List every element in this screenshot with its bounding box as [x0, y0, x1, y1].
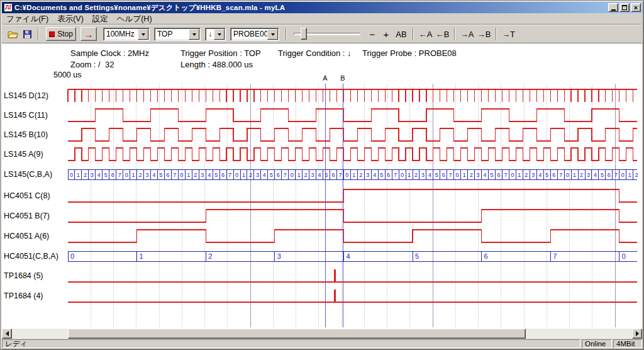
- svg-text:6: 6: [608, 172, 611, 178]
- svg-text:B: B: [340, 74, 345, 82]
- svg-text:6: 6: [552, 172, 555, 178]
- goto-a-prev-button[interactable]: ←A: [417, 27, 434, 41]
- status-ready: レディ: [2, 339, 580, 348]
- channel-label: LS145 C(11): [4, 111, 48, 120]
- svg-text:6: 6: [331, 172, 335, 178]
- svg-text:4: 4: [346, 252, 350, 260]
- goto-b-next-button[interactable]: →B: [475, 27, 492, 41]
- scroll-left-button[interactable]: [2, 329, 12, 339]
- status-online: Online: [582, 339, 612, 348]
- svg-text:4: 4: [428, 172, 431, 178]
- svg-text:3: 3: [277, 252, 281, 260]
- maximize-button[interactable]: [619, 3, 630, 12]
- svg-text:6: 6: [484, 252, 488, 260]
- window-title: C:¥Documents and Settings¥noname¥デスクトップ¥…: [14, 3, 607, 13]
- marker-b[interactable]: B: [340, 74, 345, 327]
- zoom-in-button[interactable]: +: [379, 27, 393, 41]
- channel-label: LS145 D(12): [4, 91, 48, 100]
- chevron-down-icon[interactable]: [138, 29, 148, 40]
- goto-trigger-button[interactable]: →T: [500, 27, 517, 41]
- trigger-edge-select[interactable]: ↓: [205, 28, 226, 41]
- svg-text:1: 1: [352, 172, 355, 178]
- svg-text:1: 1: [628, 172, 631, 178]
- svg-text:6: 6: [387, 172, 390, 178]
- svg-text:2: 2: [208, 252, 212, 260]
- svg-text:7: 7: [394, 172, 397, 178]
- svg-text:5: 5: [380, 172, 383, 178]
- goto-b-prev-button[interactable]: ←B: [434, 27, 451, 41]
- sample-clock-select[interactable]: 100MHz: [103, 28, 150, 41]
- run-arrow-icon: →: [84, 29, 94, 40]
- marker-a[interactable]: A: [323, 74, 328, 327]
- stop-button[interactable]: Stop: [46, 27, 76, 41]
- menu-settings[interactable]: 設定: [88, 13, 113, 25]
- svg-text:3: 3: [477, 172, 480, 178]
- svg-text:7: 7: [614, 172, 618, 178]
- svg-text:2: 2: [359, 172, 362, 178]
- svg-text:6: 6: [111, 172, 114, 178]
- run-button[interactable]: →: [80, 27, 97, 41]
- channel-label: LS145(C,B,A): [4, 170, 52, 179]
- menu-help[interactable]: ヘルプ(H): [113, 13, 157, 25]
- chevron-down-icon[interactable]: [267, 29, 278, 40]
- svg-text:0: 0: [456, 172, 459, 178]
- svg-text:0: 0: [70, 252, 74, 260]
- svg-text:3: 3: [201, 172, 204, 178]
- svg-text:6: 6: [166, 172, 169, 178]
- toolbar-separator: [38, 28, 39, 40]
- svg-text:2: 2: [580, 172, 583, 178]
- svg-text:5: 5: [104, 172, 108, 178]
- ab-button[interactable]: AB: [393, 27, 409, 41]
- svg-text:2: 2: [414, 172, 418, 178]
- stop-label: Stop: [57, 30, 73, 38]
- svg-text:5: 5: [415, 252, 419, 260]
- slider-thumb[interactable]: [301, 28, 307, 40]
- stop-icon: [49, 31, 55, 37]
- probe-select[interactable]: PROBE00: [230, 28, 279, 41]
- channel-label: HC4051(C,B,A): [4, 252, 58, 261]
- svg-text:7: 7: [284, 172, 287, 178]
- toolbar-separator: [413, 28, 414, 40]
- svg-text:7: 7: [118, 172, 121, 178]
- svg-text:1: 1: [187, 172, 190, 178]
- channel-row: LS145 A(9): [4, 148, 637, 161]
- length-info: Length : 488.000 us: [180, 60, 253, 69]
- horizontal-scrollbar[interactable]: [2, 329, 642, 339]
- maximize-icon: [622, 5, 627, 10]
- svg-text:1: 1: [242, 172, 245, 178]
- menu-file[interactable]: ファイル(F): [2, 13, 53, 25]
- svg-text:0: 0: [180, 172, 183, 178]
- trigger-position-select[interactable]: TOP: [154, 28, 201, 41]
- menu-view[interactable]: 表示(V): [53, 13, 88, 25]
- channel-label: TP1684 (5): [4, 271, 43, 280]
- svg-text:2: 2: [470, 172, 473, 178]
- svg-text:2: 2: [139, 172, 142, 178]
- title-bar[interactable]: C:¥Documents and Settings¥noname¥デスクトップ¥…: [2, 2, 642, 13]
- minimize-button[interactable]: [608, 3, 618, 12]
- svg-text:4: 4: [373, 172, 376, 178]
- svg-text:6: 6: [442, 172, 445, 178]
- chevron-down-icon[interactable]: [214, 29, 225, 40]
- open-button[interactable]: [6, 27, 20, 41]
- channel-label: LS145 A(9): [4, 150, 43, 159]
- scrollbar-thumb[interactable]: [68, 329, 526, 339]
- goto-a-next-button[interactable]: →A: [458, 27, 475, 41]
- save-button[interactable]: [20, 27, 35, 41]
- chevron-down-icon[interactable]: [189, 29, 199, 40]
- channel-label: HC4051 C(8): [4, 191, 50, 200]
- svg-text:4: 4: [152, 172, 155, 178]
- waveform-display[interactable]: ABLS145 D(12)LS145 C(11)LS145 B(10)LS145…: [2, 69, 642, 329]
- app-window: C:¥Documents and Settings¥noname¥デスクトップ¥…: [0, 0, 644, 350]
- close-button[interactable]: ×: [631, 3, 641, 12]
- svg-text:3: 3: [531, 172, 535, 178]
- svg-text:4: 4: [538, 172, 541, 178]
- channel-label: HC4051 A(6): [4, 232, 49, 240]
- scroll-right-button[interactable]: [632, 329, 642, 339]
- zoom-out-button[interactable]: −: [365, 27, 379, 41]
- svg-text:6: 6: [497, 172, 500, 178]
- zoom-slider[interactable]: [294, 26, 360, 42]
- svg-text:2: 2: [249, 172, 252, 178]
- svg-text:5: 5: [491, 172, 494, 178]
- svg-text:3: 3: [256, 172, 259, 178]
- svg-text:4: 4: [484, 172, 487, 178]
